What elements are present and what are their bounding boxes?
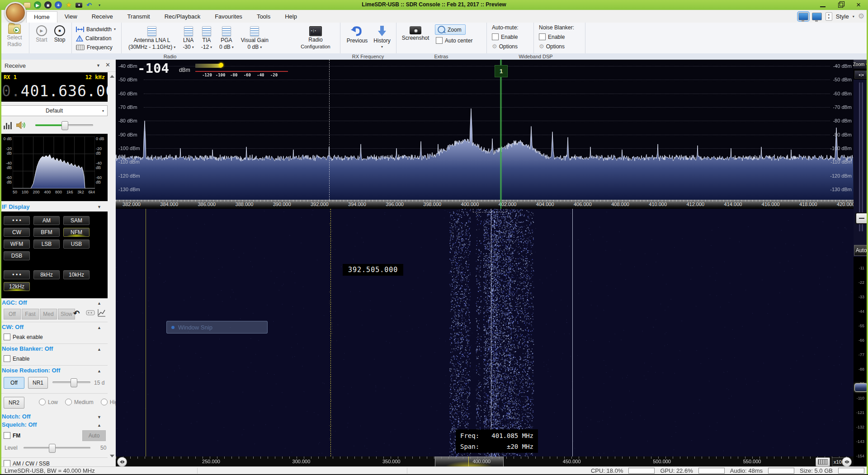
bandwidth-button[interactable]: 10kHz — [63, 270, 90, 279]
agc-header[interactable]: AGC: Off ▲ — [0, 299, 108, 307]
notch-header[interactable]: Notch: Off ▼ — [0, 413, 108, 421]
collapse-icon[interactable]: ▲ — [97, 347, 101, 352]
gain-dropdown[interactable]: LNA -30▾ — [183, 26, 193, 50]
screenshot-button[interactable]: Screenshot — [401, 26, 429, 41]
menu-tab[interactable]: Favourites — [208, 11, 250, 23]
start-button[interactable]: ▶ Start — [33, 25, 50, 43]
gain-dropdown[interactable]: Visual Gain 0 dB▾ — [241, 26, 269, 50]
zoom-fit-button[interactable]: ▸|◂ — [854, 71, 868, 79]
scroll-up-icon[interactable] — [110, 75, 114, 78]
level-slider[interactable] — [24, 447, 90, 449]
if-display-header[interactable]: IF Display ▼ — [0, 202, 108, 212]
panel-close-icon[interactable]: ✕ — [105, 61, 110, 68]
auto-contrast-button[interactable]: Auto — [854, 245, 868, 256]
contrast-slider-handle[interactable] — [854, 383, 868, 392]
zoom-slider[interactable] — [854, 80, 868, 257]
zoom-slider-handle[interactable] — [855, 212, 868, 224]
noise-blanker-header[interactable]: Noise Blanker: Off ▲ — [0, 345, 108, 353]
zoom-toggle-button[interactable]: Zoom — [435, 24, 466, 35]
mode-button[interactable]: DSB — [4, 251, 30, 260]
menu-tab[interactable]: Receive — [85, 11, 120, 23]
keyboard-entry-button[interactable] — [816, 457, 830, 466]
nav-left-button[interactable] — [117, 457, 127, 466]
am-cw-ssb-checkbox[interactable]: AM / CW / SSB — [4, 460, 50, 467]
agc-button[interactable]: Slow — [58, 309, 75, 320]
mode-button[interactable]: BFM — [33, 228, 60, 237]
menu-tab[interactable]: Transmit — [120, 11, 157, 23]
noise-reduction-header[interactable]: Noise Reduction: Off ▲ — [0, 367, 108, 375]
collapse-icon[interactable]: ▼ — [97, 205, 101, 209]
gain-dropdown[interactable]: PGA 0 dB▾ — [219, 26, 234, 50]
agc-button[interactable]: Off — [4, 309, 21, 320]
mode-button[interactable]: WFM — [4, 240, 30, 249]
nr2-level-radio[interactable]: Low — [39, 399, 58, 405]
monitor-1-icon[interactable] — [798, 13, 808, 20]
frequency-display[interactable]: 0.401.636.000 — [2, 82, 124, 100]
speaker-icon[interactable] — [16, 121, 27, 129]
nav-right-button[interactable] — [842, 457, 852, 466]
bandwidth-button[interactable]: • • • — [4, 270, 30, 279]
undo-icon[interactable]: ↶ — [73, 309, 80, 318]
nr-off-button[interactable]: Off — [4, 377, 24, 389]
frequency-button[interactable]: Frequency — [76, 43, 116, 51]
agc-button[interactable]: Fast — [22, 309, 39, 320]
squelch-header[interactable]: Squelch: Off ▲ — [0, 421, 108, 429]
previous-button[interactable]: Previous — [345, 25, 369, 44]
collapse-icon[interactable]: ▲ — [97, 301, 101, 306]
stop-button[interactable]: ■ Stop — [52, 25, 68, 43]
settings-gear-icon[interactable]: ⚙ — [858, 13, 864, 20]
nr2-level-radio[interactable]: Medium — [65, 399, 94, 405]
zoom-strip-header[interactable]: Zoom ▼ — [854, 60, 868, 69]
rx-marker-badge[interactable]: 1 — [495, 65, 508, 77]
restore-button[interactable] — [838, 3, 843, 8]
gain-dropdown[interactable]: Antenna LNA L (30MHz - 1.1GHz)▾ — [128, 26, 175, 50]
equalizer-icon[interactable] — [4, 121, 13, 129]
gain-dropdown[interactable]: TIA -12▾ — [201, 26, 212, 50]
spinner-icon[interactable]: ▲▼ — [826, 12, 832, 21]
history-button[interactable]: History ▾ — [372, 25, 392, 49]
auto-center-checkbox[interactable]: Auto center — [436, 37, 472, 44]
bandwidth-button[interactable]: Bandwidth▾ — [76, 25, 116, 33]
mode-button[interactable]: USB — [63, 240, 90, 249]
nr2-button[interactable]: NR2 — [4, 397, 24, 409]
menu-tab[interactable]: Tools — [250, 11, 278, 23]
calibration-button[interactable]: Calibration — [76, 34, 116, 42]
cw-header[interactable]: CW: Off ▲ — [0, 324, 108, 332]
squelch-auto-button[interactable]: Auto — [82, 430, 106, 441]
volume-handle[interactable] — [61, 121, 68, 130]
nr-slider-handle[interactable] — [71, 378, 77, 387]
style-selector[interactable]: Style — [836, 13, 849, 20]
rx-marker-line[interactable] — [500, 60, 501, 200]
level-slider-handle[interactable] — [49, 444, 56, 453]
collapse-icon[interactable]: ▼ — [97, 415, 101, 419]
auto-mute-options-button[interactable]: ⚙Options — [492, 43, 530, 50]
minimize-button[interactable] — [820, 3, 826, 7]
agc-graph-icon[interactable] — [98, 309, 106, 317]
peak-enable-checkbox[interactable]: Peak enable — [4, 334, 43, 340]
menu-tab[interactable]: Help — [278, 11, 304, 23]
monitor-2-icon[interactable] — [812, 13, 822, 20]
band-navigator[interactable]: 250.000300.000350.000400.000450.000500.0… — [116, 456, 854, 466]
nb-options-button[interactable]: ⚙Options — [539, 43, 580, 50]
profile-dropdown[interactable]: Default ▾ — [1, 105, 108, 116]
bandwidth-button[interactable]: 12kHz — [4, 282, 30, 291]
radio-configuration-button[interactable]: Radio Configuration — [298, 26, 333, 50]
close-button[interactable]: × — [855, 2, 862, 8]
fm-checkbox[interactable]: FM — [4, 432, 20, 439]
app-logo[interactable] — [5, 2, 26, 24]
bandwidth-button[interactable]: 8kHz — [33, 270, 60, 279]
select-radio-button[interactable]: ▶ Select Radio — [4, 24, 25, 47]
monitor-point-icon[interactable] — [86, 310, 95, 317]
mode-button[interactable]: CW — [4, 228, 30, 237]
collapse-icon[interactable]: ▲ — [97, 369, 101, 373]
agc-button[interactable]: Med — [40, 309, 57, 320]
mode-button[interactable]: AM — [33, 216, 60, 225]
menu-tab[interactable]: Home — [26, 11, 57, 23]
collapse-icon[interactable]: ▲ — [97, 423, 101, 428]
auto-mute-enable-checkbox[interactable]: Enable — [492, 33, 530, 40]
mode-button[interactable]: LSB — [33, 240, 60, 249]
nr1-button[interactable]: NR1 — [28, 377, 48, 389]
menu-tab[interactable]: Rec/Playback — [157, 11, 208, 23]
frequency-scale[interactable]: 382.000384.000386.000388.000390.000392.0… — [116, 200, 854, 209]
mode-button[interactable]: • • • — [4, 216, 30, 225]
